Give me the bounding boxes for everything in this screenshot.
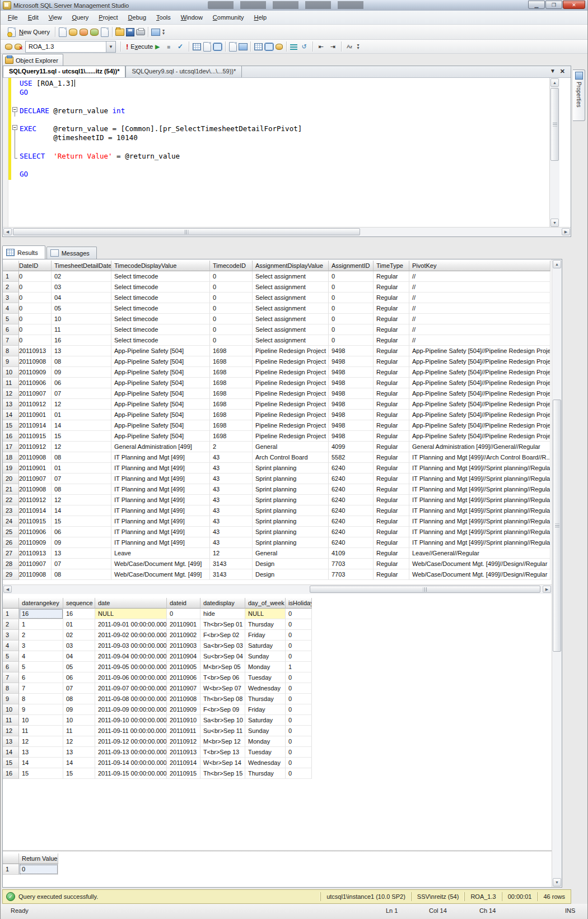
table-cell[interactable]: W<br>Sep 14 <box>200 758 245 768</box>
print-icon[interactable] <box>136 29 145 35</box>
table-cell[interactable]: Pipeline Redesign Project <box>253 346 329 356</box>
table-cell[interactable]: App-Pipeline Safety [504] <box>111 399 210 410</box>
table-cell[interactable]: 3 <box>19 640 63 651</box>
table-cell[interactable]: Select timecode <box>111 303 210 314</box>
table-cell[interactable]: 2011-09-13 00:00:00.000 <box>95 747 167 758</box>
table-cell[interactable]: 43 <box>210 516 253 527</box>
table-cell[interactable]: T<br>Sep 06 <box>200 672 245 683</box>
table-cell[interactable]: 20110907 <box>167 683 200 694</box>
column-header[interactable]: datedisplay <box>200 598 245 609</box>
save-icon[interactable] <box>126 28 134 36</box>
column-header[interactable]: Return Value <box>19 853 58 864</box>
table-cell[interactable]: IT Planning and Mgt [499] <box>111 516 210 527</box>
menu-item-edit[interactable]: Edit <box>23 11 44 25</box>
row-header[interactable]: 11 <box>3 378 19 388</box>
specify-values-icon[interactable]: Az <box>345 42 354 52</box>
column-header[interactable]: sequence <box>63 598 95 609</box>
table-cell[interactable]: IT Planning and Mgt [499]//Sprint planni… <box>409 463 550 474</box>
table-cell[interactable]: 0 <box>167 609 200 619</box>
table-cell[interactable]: 6 <box>19 672 63 683</box>
chevron-down-icon[interactable]: ▼ <box>106 41 115 52</box>
table-cell[interactable]: 0 <box>286 619 312 630</box>
table-cell[interactable]: 0 <box>210 271 253 282</box>
table-cell[interactable]: 03 <box>63 640 95 651</box>
table-cell[interactable]: App-Pipeline Safety [504] <box>111 378 210 388</box>
table-cell[interactable]: Select timecode <box>111 324 210 335</box>
table-cell[interactable]: Sprint planning <box>253 463 329 474</box>
new-query-button[interactable]: New Query <box>4 26 53 38</box>
close-document-icon[interactable]: ✕ <box>560 68 565 75</box>
table-cell[interactable]: App-Pipeline Safety [504] <box>111 431 210 442</box>
table-cell[interactable]: App-Pipeline Safety [504]//Pipeline Rede… <box>409 356 550 367</box>
results-vertical-scrollbar[interactable]: ▲ ▼ <box>552 259 562 887</box>
dmx-query-icon[interactable] <box>80 29 88 36</box>
table-cell[interactable]: Th<br>Sep 01 <box>200 619 245 630</box>
table-cell[interactable]: Sprint planning <box>253 495 329 505</box>
table-cell[interactable]: IT Planning and Mgt [499] <box>111 537 210 548</box>
table-cell[interactable]: 7 <box>19 683 63 694</box>
row-header[interactable]: 10 <box>3 367 19 378</box>
analyze-query-icon[interactable] <box>254 43 263 50</box>
row-header[interactable]: 28 <box>3 559 19 569</box>
table-cell[interactable]: 09 <box>63 704 95 715</box>
menu-item-tools[interactable]: Tools <box>151 11 176 25</box>
outdent-icon[interactable]: ⇤ <box>316 42 326 52</box>
execute-button[interactable]: ! Execute ▶ <box>123 42 163 52</box>
table-cell[interactable]: Regular <box>374 474 409 484</box>
table-cell[interactable]: 20110909 <box>19 537 52 548</box>
table-cell[interactable]: 0 <box>286 715 312 726</box>
row-header[interactable]: 6 <box>3 662 19 672</box>
table-cell[interactable]: App-Pipeline Safety [504] <box>111 420 210 431</box>
sql-editor[interactable]: − − USE [ROA_1.3]GODECLARE @return_value… <box>3 78 559 228</box>
menu-item-community[interactable]: Community <box>208 11 249 25</box>
table-cell[interactable]: 20110914 <box>19 505 52 516</box>
row-header[interactable]: 1 <box>3 271 19 282</box>
table-cell[interactable]: 0 <box>210 303 253 314</box>
menu-item-window[interactable]: Window <box>176 11 208 25</box>
table-cell[interactable]: 01 <box>52 463 111 474</box>
table-cell[interactable]: 20110907 <box>19 559 52 569</box>
table-cell[interactable]: W<br>Sep 07 <box>200 683 245 694</box>
table-cell[interactable]: 08 <box>52 569 111 580</box>
column-header[interactable]: dateid <box>167 598 200 609</box>
table-cell[interactable]: 16 <box>19 609 63 619</box>
column-header[interactable]: date <box>95 598 167 609</box>
table-cell[interactable]: 0 <box>286 736 312 747</box>
scrollbar-thumb[interactable] <box>553 400 561 652</box>
table-cell[interactable]: 13 <box>19 747 63 758</box>
table-cell[interactable]: 9498 <box>329 420 374 431</box>
row-header[interactable]: 16 <box>3 768 19 779</box>
table-cell[interactable]: App-Pipeline Safety [504]//Pipeline Rede… <box>409 346 550 356</box>
table-cell[interactable]: 07 <box>52 388 111 399</box>
table-cell[interactable]: 0 <box>19 335 52 346</box>
activity-monitor-icon[interactable] <box>151 29 160 36</box>
open-file-icon[interactable] <box>115 29 124 36</box>
table-cell[interactable]: IT Planning and Mgt [499] <box>111 484 210 495</box>
table-cell[interactable]: 02 <box>63 630 95 640</box>
table-cell[interactable]: 10 <box>63 715 95 726</box>
table-cell[interactable]: 0 <box>19 303 52 314</box>
table-cell[interactable]: Regular <box>374 314 409 324</box>
table-cell[interactable]: Th<br>Sep 15 <box>200 768 245 779</box>
table-cell[interactable]: 12 <box>52 442 111 452</box>
scrollbar-thumb[interactable] <box>310 586 540 593</box>
row-header[interactable]: 3 <box>3 630 19 640</box>
scroll-up-icon[interactable]: ▲ <box>550 78 559 87</box>
table-cell[interactable]: App-Pipeline Safety [504]//Pipeline Rede… <box>409 388 550 399</box>
row-header[interactable]: 14 <box>3 747 19 758</box>
table-cell[interactable]: 0 <box>286 640 312 651</box>
table-cell[interactable]: M<br>Sep 12 <box>200 736 245 747</box>
table-cell[interactable]: 20110915 <box>167 768 200 779</box>
scrollbar-thumb[interactable] <box>13 228 360 235</box>
table-cell[interactable]: 20110904 <box>167 651 200 662</box>
table-cell[interactable]: 04 <box>52 293 111 303</box>
indent-icon[interactable]: ⇥ <box>328 42 338 52</box>
table-cell[interactable]: Monday <box>245 736 286 747</box>
table-cell[interactable]: Regular <box>374 324 409 335</box>
table-cell[interactable]: 2011-09-07 00:00:00.000 <box>95 683 167 694</box>
row-header[interactable]: 1 <box>3 864 19 875</box>
table-cell[interactable]: 43 <box>210 463 253 474</box>
document-tab-sqlquery11[interactable]: SQLQuery11.sql - utcsql1\......itz (54))… <box>3 66 125 77</box>
menu-item-query[interactable]: Query <box>67 11 94 25</box>
table-cell[interactable]: 0 <box>329 271 374 282</box>
